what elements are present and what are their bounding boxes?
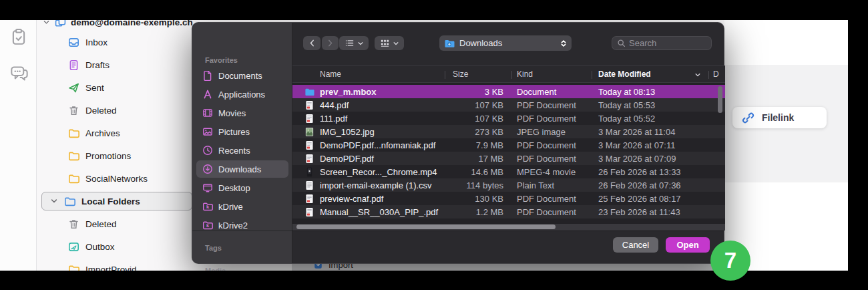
location-dropdown[interactable]: Downloads	[439, 35, 572, 51]
file-pdf-icon	[304, 114, 314, 124]
file-date: 26 Feb 2026 at 07:36	[592, 178, 708, 192]
file-date: 23 Feb 2026 at 11:43	[592, 205, 708, 219]
file-date: 3 Mar 2026 at 11:04	[592, 125, 708, 138]
sidebar-item-kdrive[interactable]: kkDrive	[196, 198, 288, 215]
file-row-screen-recor-chrome-mp4[interactable]: Screen_Recor..._Chrome.mp414.6 MBMPEG-4 …	[292, 165, 725, 178]
file-name: 444.pdf	[320, 100, 349, 110]
download-icon	[202, 164, 213, 174]
mail-folder-promotions[interactable]: Promotions	[37, 146, 192, 165]
file-kind: JPEG image	[511, 125, 592, 138]
mail-folder-outbox[interactable]: Outbox	[37, 237, 192, 256]
sidebar-item-label: Applications	[218, 90, 265, 100]
mail-folder-deleted[interactable]: Deleted	[37, 214, 192, 233]
column-extra[interactable]: D	[708, 66, 725, 82]
open-button[interactable]: Open	[666, 237, 710, 253]
tasks-clipboard-icon[interactable]	[10, 28, 27, 45]
sidebar-item-pictures[interactable]: Pictures	[196, 123, 288, 140]
trash-icon	[68, 105, 79, 116]
file-row-prev-m-mbox[interactable]: prev_m.mbox3 KBDocumentToday at 08:13	[292, 85, 725, 98]
grid-icon	[380, 38, 390, 48]
back-button[interactable]	[303, 36, 320, 50]
sidebar-item-recents[interactable]: Recents	[196, 142, 288, 159]
file-rows: prev_m.mbox3 KBDocumentToday at 08:13444…	[292, 85, 725, 219]
folder-label: Deleted	[85, 106, 117, 116]
sort-chevron-icon	[694, 71, 701, 78]
sidebar-item-movies[interactable]: Movies	[196, 104, 288, 122]
sidebar-item-applications[interactable]: Applications	[196, 86, 288, 103]
sidebar-item-label: Downloads	[218, 164, 261, 174]
sidebar-item-documents[interactable]: Documents	[196, 67, 288, 84]
svg-text:k: k	[206, 223, 210, 229]
mail-folder-local-folders[interactable]: Local Folders	[41, 192, 192, 210]
file-kind: PDF Document	[511, 192, 592, 205]
horizontal-scrollbar[interactable]	[296, 225, 556, 229]
column-kind[interactable]: Kind	[511, 66, 592, 82]
chevron-down-icon	[50, 197, 58, 205]
file-pdf-icon	[304, 100, 314, 110]
file-name: preview-cnaf.pdf	[320, 194, 383, 204]
forward-button[interactable]	[322, 36, 339, 50]
file-text-icon	[304, 180, 314, 190]
file-kind: PDF Document	[511, 152, 592, 165]
chat-bubbles-icon[interactable]	[10, 64, 29, 82]
sidebar-item-downloads[interactable]: Downloads	[196, 160, 288, 178]
folder-label: Drafts	[85, 60, 110, 70]
file-date: Today at 05:53	[592, 98, 708, 112]
file-row-img-1052-jpg[interactable]: IMG_1052.jpg273 KBJPEG image3 Mar 2026 a…	[292, 125, 725, 138]
file-kind: Document	[511, 85, 592, 98]
filelink-label: Filelink	[762, 112, 794, 123]
mail-folder-deleted[interactable]: Deleted	[37, 101, 192, 120]
file-row-demopdf-pdf[interactable]: DemoPDF.pdf17 MBPDF Document3 Mar 2026 a…	[292, 152, 725, 165]
right-black-band	[848, 0, 868, 290]
cancel-button[interactable]: Cancel	[613, 237, 658, 253]
mail-folder-list: InboxDraftsSentDeletedArchivesPromotions…	[37, 33, 192, 279]
column-date-modified[interactable]: Date Modified	[592, 66, 708, 82]
file-video-icon	[304, 167, 314, 177]
dropdown-stepper-icon[interactable]	[557, 37, 570, 49]
file-size: 17 MB	[445, 152, 511, 165]
trash-icon	[68, 219, 79, 230]
folder-icon	[64, 196, 75, 207]
chevron-down-icon	[393, 40, 399, 47]
file-row-111-pdf[interactable]: 111.pdf107 KBPDF DocumentToday at 05:52	[292, 112, 725, 125]
sent-icon	[68, 82, 79, 94]
file-name: DemoPDF.pdf	[320, 154, 374, 164]
column-name[interactable]: Name	[292, 66, 445, 82]
column-size[interactable]: Size	[445, 66, 511, 82]
search-input[interactable]	[629, 38, 706, 48]
mail-folder-socialnetworks[interactable]: SocialNetworks	[37, 169, 192, 188]
location-label: Downloads	[459, 38, 502, 48]
vertical-scrollbar[interactable]	[718, 86, 722, 113]
file-name: IMG_1052.jpg	[320, 127, 375, 137]
file-date: 25 Feb 2026 at 08:17	[592, 192, 708, 205]
sidebar-item-label: kDrive	[218, 202, 243, 212]
file-size: 114 bytes	[445, 178, 511, 192]
kfolder-icon: k	[202, 220, 213, 231]
file-row-demopdf-pdf-nfomaniak-pdf[interactable]: DemoPDF.pdf...nfomaniak.pdf7.9 MBPDF Doc…	[292, 138, 725, 152]
screenshot-stage: demo@domaine-exemple.ch InboxDraftsSentD…	[0, 0, 868, 290]
folder-label: Archives	[85, 128, 120, 138]
sidebar-item-desktop[interactable]: Desktop	[196, 179, 288, 196]
inbox-icon	[68, 37, 79, 48]
mail-folder-sent[interactable]: Sent	[37, 78, 192, 97]
file-pdf-icon	[304, 140, 314, 150]
file-row-manual-sr-030a-pip-pdf[interactable]: Manual__SR__030A_PIP_.pdf1.2 MBPDF Docum…	[292, 205, 725, 219]
file-kind: PDF Document	[511, 138, 592, 152]
mail-folder-archives[interactable]: Archives	[37, 124, 192, 142]
file-row-import-email-example-1-csv[interactable]: import-email-example (1).csv114 bytesPla…	[292, 178, 725, 192]
folder-label: Sent	[85, 83, 104, 93]
file-date: 3 Mar 2026 at 07:09	[592, 152, 708, 165]
list-header[interactable]: Name Size Kind Date Modified D	[292, 65, 725, 83]
group-view-button[interactable]	[375, 36, 404, 50]
mail-folder-drafts[interactable]: Drafts	[37, 55, 192, 74]
mail-folder-inbox[interactable]: Inbox	[37, 33, 192, 51]
search-field[interactable]	[612, 36, 712, 50]
file-row-444-pdf[interactable]: 444.pdf107 KBPDF DocumentToday at 05:53	[292, 98, 725, 112]
svg-text:k: k	[206, 204, 210, 210]
file-row-preview-cnaf-pdf[interactable]: preview-cnaf.pdf130 KBPDF Document25 Feb…	[292, 192, 725, 205]
filelink-button[interactable]: Filelink	[732, 107, 827, 128]
file-size: 3 KB	[445, 85, 511, 98]
dialog-sidebar-items: DocumentsApplicationsMoviesPicturesRecen…	[196, 67, 288, 234]
file-image-icon	[304, 127, 314, 137]
list-view-button[interactable]	[339, 36, 369, 50]
